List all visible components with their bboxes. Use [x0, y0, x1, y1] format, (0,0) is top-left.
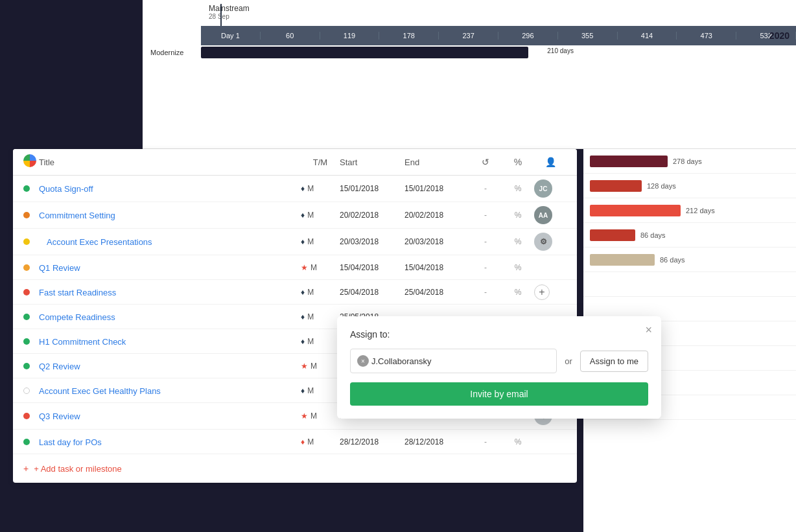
task-title[interactable]: Quota Sign-off	[39, 184, 93, 194]
table-row[interactable]: Quota Sign-off ♦ M 15/01/2018 15/01/2018…	[13, 176, 577, 202]
task-type-icon: ♦	[301, 312, 305, 321]
task-title[interactable]: Q3 Review	[39, 411, 80, 421]
close-dialog-button[interactable]: ×	[645, 324, 652, 336]
task-pct: %	[502, 437, 534, 446]
side-label-4: 86 days	[640, 231, 666, 239]
status-dot	[23, 212, 30, 218]
task-clock: -	[469, 237, 502, 246]
add-assignee-button[interactable]: +	[534, 284, 550, 300]
task-start: 28/12/2018	[340, 437, 404, 446]
side-bar-row-1: 278 days	[583, 149, 796, 174]
day-label-1: Day 1	[201, 32, 261, 40]
tm-badge: M	[307, 288, 314, 297]
task-title[interactable]: Account Exec Get Healthy Plans	[39, 386, 161, 396]
header-status-col	[23, 154, 39, 170]
task-type-icon: ♦	[301, 386, 305, 395]
assignee-name: J.Collaboransky	[371, 356, 432, 366]
side-bar-2	[590, 180, 642, 192]
assign-to-me-button[interactable]: Assign to me	[580, 351, 648, 372]
table-row[interactable]: Account Exec Presentations ♦ M 20/03/201…	[13, 229, 577, 255]
add-task-label[interactable]: + Add task or milestone	[34, 464, 122, 474]
task-pct: %	[502, 237, 534, 246]
task-assignee: ⚙	[534, 233, 567, 251]
day-label-7: 355	[558, 32, 618, 40]
task-title[interactable]: Account Exec Presentations	[39, 237, 152, 247]
table-row[interactable]: Fast start Readiness ♦ M 25/04/2018 25/0…	[13, 280, 577, 305]
status-dot	[23, 185, 30, 192]
day-label-6: 296	[498, 32, 558, 40]
status-dot	[23, 314, 30, 320]
table-row[interactable]: Q1 Review ★ M 15/04/2018 15/04/2018 - %	[13, 255, 577, 280]
header-tm-col: T/M	[301, 157, 340, 167]
task-end: 15/01/2018	[404, 184, 469, 193]
status-dot	[23, 439, 30, 445]
task-assignee[interactable]: +	[534, 284, 567, 300]
task-pct: %	[502, 184, 534, 193]
tm-badge: M	[307, 184, 314, 193]
task-type-icon: ♦	[301, 237, 305, 246]
bg-dark-topleft	[0, 0, 143, 149]
day-label-3: 119	[320, 32, 380, 40]
task-title[interactable]: Commitment Setting	[39, 211, 115, 220]
status-dot	[23, 413, 30, 419]
invite-by-email-button[interactable]: Invite by email	[350, 382, 648, 406]
dialog-assignee-row: × J.Collaboransky or Assign to me	[350, 349, 648, 373]
task-title[interactable]: H1 Commitment Check	[39, 337, 126, 347]
gantt-bars-container: Modernize 210 days	[201, 45, 796, 148]
task-end: 25/04/2018	[404, 288, 469, 297]
header-pct-col: %	[502, 157, 534, 167]
task-type-icon: ♦	[301, 437, 305, 446]
task-pct: %	[502, 288, 534, 297]
tm-badge: M	[307, 437, 314, 446]
task-type-icon: ♦	[301, 337, 305, 346]
task-start: 15/01/2018	[340, 184, 404, 193]
day-label-8: 414	[618, 32, 677, 40]
table-row[interactable]: Last day for POs ♦ M 28/12/2018 28/12/20…	[13, 430, 577, 454]
tm-badge: M	[307, 237, 314, 246]
gantt-modernize-label: Modernize	[150, 49, 183, 56]
task-end: 28/12/2018	[404, 437, 469, 446]
task-start: 20/03/2018	[340, 237, 404, 246]
table-row[interactable]: Commitment Setting ♦ M 20/02/2018 20/02/…	[13, 202, 577, 229]
task-title[interactable]: Q1 Review	[39, 263, 80, 273]
tm-badge: M	[310, 411, 317, 421]
avatar: AA	[534, 206, 552, 224]
avatar: JC	[534, 179, 552, 198]
status-dot	[23, 289, 30, 295]
tm-badge: M	[307, 211, 314, 220]
assignee-input-field[interactable]: × J.Collaboransky	[350, 349, 557, 373]
task-end: 15/04/2018	[404, 263, 469, 272]
task-start: 15/04/2018	[340, 263, 404, 272]
task-assignee: JC	[534, 179, 567, 198]
task-title[interactable]: Fast start Readiness	[39, 288, 116, 297]
side-bar-row-2: 128 days	[583, 174, 796, 198]
day-label-9: 473	[677, 32, 736, 40]
remove-assignee-button[interactable]: ×	[357, 355, 369, 367]
header-title-col: Title	[39, 157, 301, 167]
task-pct: %	[502, 263, 534, 272]
tm-badge: M	[307, 386, 314, 395]
task-start: 20/02/2018	[340, 211, 404, 220]
task-title[interactable]: Compete Readiness	[39, 312, 115, 322]
task-type-icon: ♦	[301, 288, 305, 297]
side-bar-row-6	[583, 272, 796, 297]
task-clock: -	[469, 437, 502, 446]
status-dot	[23, 387, 30, 394]
task-type-icon: ★	[301, 362, 308, 371]
status-dot	[23, 264, 30, 271]
task-clock: -	[469, 288, 502, 297]
gantt-bar-modernize: 210 days	[201, 47, 528, 58]
tm-badge: M	[310, 362, 317, 371]
task-title[interactable]: Last day for POs	[39, 437, 102, 447]
header-clock-col: ↺	[469, 157, 502, 167]
add-task-footer[interactable]: + + Add task or milestone	[13, 454, 577, 483]
side-label-5: 86 days	[660, 256, 685, 264]
avatar: ⚙	[534, 233, 552, 251]
status-dot	[23, 238, 30, 245]
gantt-today-line	[220, 4, 222, 26]
side-bar-5	[590, 254, 655, 266]
status-dot	[23, 363, 30, 369]
tm-badge: M	[307, 312, 314, 321]
task-title[interactable]: Q2 Review	[39, 362, 80, 371]
task-type-icon: ♦	[301, 211, 305, 220]
